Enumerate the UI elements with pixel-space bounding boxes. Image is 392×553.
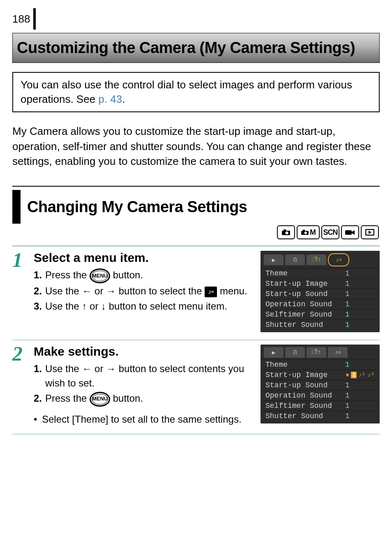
- svg-point-2: [286, 231, 288, 234]
- line-text: or: [92, 363, 106, 374]
- line-text: Press the: [45, 269, 90, 280]
- option-off-icon: ✖: [346, 372, 350, 379]
- screen-row: Operation Sound1: [261, 299, 380, 309]
- mode-auto-icon: [277, 225, 295, 239]
- right-arrow-icon: →: [106, 363, 116, 374]
- note-box: You can also use the control dial to sel…: [12, 72, 380, 112]
- row-value: 1: [345, 391, 375, 400]
- mode-scn-icon: SCN: [321, 225, 339, 239]
- row-label: Operation Sound: [265, 391, 332, 400]
- tab-my-camera-icon: ♪o: [328, 253, 349, 266]
- row-label: Start-up Image: [265, 371, 327, 379]
- option-3-icon: ♪³: [367, 372, 375, 378]
- row-label: Shutter Sound: [265, 412, 323, 420]
- step-line: 1. Press the MENU button.: [34, 268, 256, 283]
- step-title: Make settings.: [34, 345, 256, 359]
- line-text: button.: [110, 393, 143, 404]
- page-header: 188: [0, 0, 392, 29]
- row-value: 1: [345, 300, 375, 308]
- screen-row: Operation Sound1: [261, 390, 380, 400]
- screen-row-selected: Start-up Image ✖ 1 ♪² ♪³: [261, 370, 380, 380]
- screen-row: Start-up Image1: [261, 278, 380, 289]
- page-reference-link[interactable]: p. 43: [98, 93, 122, 105]
- step-line: 2. Use the ← or → button to select the ♪…: [34, 284, 256, 298]
- screen-row: Start-up Sound1: [261, 380, 380, 390]
- option-2-icon: ♪²: [358, 372, 366, 378]
- line-text: or: [87, 301, 101, 312]
- camera-screenshot: ▶ ⎙ ੀ↑ ♪o Theme1 Start-up Image ✖ 1 ♪² ♪…: [261, 345, 380, 426]
- row-label: Start-up Sound: [265, 290, 327, 298]
- line-number: 1.: [34, 362, 45, 391]
- row-label: Selftimer Sound: [265, 402, 332, 410]
- line-number: 2.: [34, 391, 45, 407]
- step-list: 1. Press the MENU button. 2. Use the ← o…: [34, 268, 256, 313]
- line-number: 3.: [34, 299, 45, 314]
- row-value: 1: [345, 310, 375, 319]
- row-label: Theme: [265, 269, 288, 278]
- row-value: 1: [345, 381, 375, 389]
- tab-tools-icon: ੀ↑: [307, 255, 326, 265]
- note-text-after: .: [122, 93, 125, 105]
- row-label: Theme: [265, 361, 288, 369]
- row-label: Shutter Sound: [265, 321, 323, 329]
- chapter-title-bar: Customizing the Camera (My Camera Settin…: [12, 33, 380, 63]
- left-arrow-icon: ←: [82, 363, 92, 374]
- section-header-bar: [12, 190, 21, 224]
- line-text: button.: [110, 269, 143, 280]
- camera-screenshot: ▶ ⎙ ੀ↑ ♪o Theme1 Start-up Image1 Start-u…: [261, 251, 380, 332]
- svg-point-5: [304, 232, 307, 234]
- tab-playback-icon: ▶: [264, 347, 284, 358]
- line-text: button to select menu item.: [106, 301, 227, 312]
- row-value: 1: [345, 412, 375, 420]
- screen-row: Selftimer Sound1: [261, 309, 380, 319]
- line-text: Use the: [45, 363, 82, 374]
- mode-manual-icon: M: [297, 225, 320, 239]
- row-value: 1: [345, 280, 375, 288]
- note-text-before: You can also use the control dial to sel…: [21, 79, 352, 105]
- row-value-options: ✖ 1 ♪² ♪³: [346, 371, 375, 379]
- bullet-text: Select [Theme] to set all to the same se…: [42, 412, 242, 427]
- step-content: Select a menu item. 1. Press the MENU bu…: [34, 251, 256, 332]
- left-arrow-icon: ←: [82, 285, 92, 296]
- option-selected: 1: [351, 372, 357, 378]
- row-label: Start-up Image: [265, 280, 327, 288]
- step-number: 1: [12, 251, 29, 332]
- svg-rect-6: [345, 230, 352, 235]
- screen-tabs: ▶ ⎙ ੀ↑ ♪o: [261, 251, 380, 268]
- step-line: 2. Press the MENU button.: [34, 391, 256, 407]
- screen-row: Start-up Sound1: [261, 289, 380, 299]
- step-bullet: • Select [Theme] to set all to the same …: [34, 412, 256, 427]
- step-title: Select a menu item.: [34, 251, 256, 265]
- tab-playback-icon: ▶: [264, 255, 284, 265]
- line-number: 2.: [34, 284, 45, 298]
- line-number: 1.: [34, 268, 45, 283]
- down-arrow-icon: ↓: [101, 301, 106, 312]
- screen-row: Theme1: [261, 268, 380, 278]
- row-label: Start-up Sound: [265, 381, 327, 389]
- row-value: 1: [345, 321, 375, 329]
- step-content: Make settings. 1. Use the ← or → button …: [34, 345, 256, 426]
- screen-row: Selftimer Sound1: [261, 400, 380, 411]
- svg-rect-1: [284, 229, 286, 231]
- intro-paragraph: My Camera allows you to customize the st…: [12, 124, 380, 169]
- steps-container: 1 Select a menu item. 1. Press the MENU …: [12, 245, 380, 435]
- header-divider: [33, 8, 36, 30]
- my-camera-menu-icon: ♪o: [205, 287, 217, 297]
- step-number: 2: [12, 345, 29, 426]
- line-text: menu.: [217, 285, 247, 296]
- line-text: or: [92, 285, 106, 296]
- line-text: Use the: [45, 301, 82, 312]
- menu-button-icon: MENU: [90, 392, 110, 407]
- screen-tabs: ▶ ⎙ ੀ↑ ♪o: [261, 345, 380, 359]
- tab-tools-icon: ੀ↑: [307, 347, 326, 358]
- mode-icon-row: M SCN: [12, 225, 380, 239]
- screen-row: Shutter Sound1: [261, 319, 380, 330]
- svg-rect-4: [303, 230, 305, 231]
- step-line: 1. Use the ← or → button to select conte…: [34, 362, 256, 391]
- mode-playback-icon: [361, 225, 379, 239]
- chapter-title: Customizing the Camera (My Camera Settin…: [17, 39, 375, 57]
- step-row: 1 Select a menu item. 1. Press the MENU …: [12, 245, 380, 340]
- row-value: 1: [345, 361, 375, 369]
- row-label: Selftimer Sound: [265, 310, 332, 319]
- step-row: 2 Make settings. 1. Use the ← or → butto…: [12, 340, 380, 435]
